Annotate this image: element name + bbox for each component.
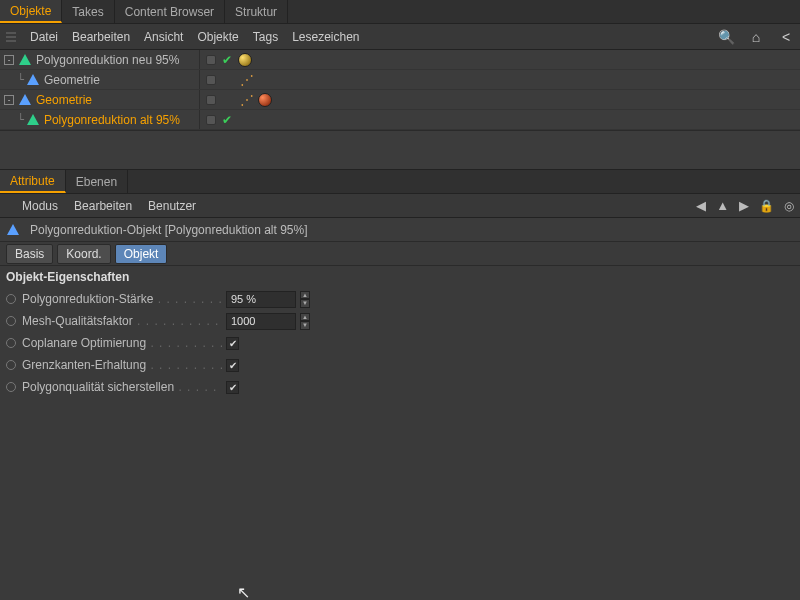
subtab-koord[interactable]: Koord. xyxy=(57,244,110,264)
tree-row[interactable]: └ Polygonreduktion alt 95% ✔ xyxy=(0,110,800,130)
menu-datei[interactable]: Datei xyxy=(30,30,58,44)
material-tag[interactable] xyxy=(238,53,252,67)
prop-row: Polygonreduktion-Stärke ▲▼ xyxy=(0,288,800,310)
enable-check-icon[interactable]: ✔ xyxy=(222,53,232,67)
menu-benutzer[interactable]: Benutzer xyxy=(148,199,196,213)
nav-forward-icon[interactable]: ▶ xyxy=(739,198,749,213)
visibility-tag[interactable] xyxy=(206,115,216,125)
attribute-menubar: Modus Bearbeiten Benutzer ◀ ▲ ▶ 🔒 ◎ xyxy=(0,194,800,218)
section-title: Objekt-Eigenschaften xyxy=(0,266,800,288)
coplanar-checkbox[interactable]: ✔ xyxy=(226,337,239,350)
polygon-reduction-icon xyxy=(18,53,32,67)
menu-lesezeichen[interactable]: Lesezeichen xyxy=(292,30,359,44)
svg-marker-1 xyxy=(27,74,39,85)
menu-bearbeiten[interactable]: Bearbeiten xyxy=(72,30,130,44)
param-bullet-icon[interactable] xyxy=(6,316,16,326)
tree-label: Polygonreduktion alt 95% xyxy=(44,113,180,127)
attribute-header-text: Polygonreduktion-Objekt [Polygonreduktio… xyxy=(30,223,308,237)
reduction-strength-input[interactable] xyxy=(226,291,296,308)
param-bullet-icon[interactable] xyxy=(6,382,16,392)
prop-label: Polygonreduktion-Stärke xyxy=(22,292,222,306)
visibility-tag[interactable] xyxy=(206,55,216,65)
objects-menubar: Datei Bearbeiten Ansicht Objekte Tags Le… xyxy=(0,24,800,50)
tree-connector: └ xyxy=(4,113,24,126)
polygon-reduction-icon xyxy=(26,113,40,127)
prop-row: Coplanare Optimierung ✔ xyxy=(0,332,800,354)
top-panel-tabs: Objekte Takes Content Browser Struktur xyxy=(0,0,800,24)
menu-modus[interactable]: Modus xyxy=(22,199,58,213)
prop-row: Grenzkanten-Erhaltung ✔ xyxy=(0,354,800,376)
tree-toggle[interactable]: - xyxy=(4,95,14,105)
tree-label: Geometrie xyxy=(36,93,92,107)
chevron-left-icon[interactable]: < xyxy=(778,29,794,45)
svg-marker-4 xyxy=(7,224,19,235)
tab-content-browser[interactable]: Content Browser xyxy=(115,0,225,23)
material-tag[interactable] xyxy=(258,93,272,107)
geometry-icon xyxy=(26,73,40,87)
visibility-tag[interactable] xyxy=(206,75,216,85)
cursor-icon: ↖ xyxy=(237,583,250,600)
home-icon[interactable]: ⌂ xyxy=(748,29,764,45)
tree-label: Geometrie xyxy=(44,73,100,87)
points-tag[interactable]: ⋰ xyxy=(240,76,252,84)
mesh-quality-input[interactable] xyxy=(226,313,296,330)
prop-row: Mesh-Qualitätsfaktor ▲▼ xyxy=(0,310,800,332)
prop-label: Grenzkanten-Erhaltung xyxy=(22,358,222,372)
boundary-checkbox[interactable]: ✔ xyxy=(226,359,239,372)
grip-icon[interactable] xyxy=(6,32,16,42)
attribute-panel-tabs: Attribute Ebenen xyxy=(0,170,800,194)
svg-marker-2 xyxy=(19,94,31,105)
enable-check-icon[interactable]: ✔ xyxy=(222,113,232,127)
svg-marker-0 xyxy=(19,54,31,65)
tab-struktur[interactable]: Struktur xyxy=(225,0,288,23)
panel-divider[interactable] xyxy=(0,130,800,170)
tab-takes[interactable]: Takes xyxy=(62,0,114,23)
tree-row[interactable]: └ Geometrie ⋰ xyxy=(0,70,800,90)
tab-ebenen[interactable]: Ebenen xyxy=(66,170,128,193)
menu-tags[interactable]: Tags xyxy=(253,30,278,44)
attribute-header: Polygonreduktion-Objekt [Polygonreduktio… xyxy=(0,218,800,242)
spinner[interactable]: ▲▼ xyxy=(300,291,310,308)
geometry-icon xyxy=(18,93,32,107)
subtab-basis[interactable]: Basis xyxy=(6,244,53,264)
quality-checkbox[interactable]: ✔ xyxy=(226,381,239,394)
prop-label: Mesh-Qualitätsfaktor xyxy=(22,314,222,328)
tree-toggle[interactable]: - xyxy=(4,55,14,65)
prop-label: Polygonqualität sicherstellen xyxy=(22,380,222,394)
prop-row: Polygonqualität sicherstellen ✔ xyxy=(0,376,800,398)
points-tag[interactable]: ⋰ xyxy=(240,96,252,104)
prop-label: Coplanare Optimierung xyxy=(22,336,222,350)
spinner[interactable]: ▲▼ xyxy=(300,313,310,330)
svg-marker-3 xyxy=(27,114,39,125)
target-icon[interactable]: ◎ xyxy=(784,199,794,213)
param-bullet-icon[interactable] xyxy=(6,360,16,370)
tab-objekte[interactable]: Objekte xyxy=(0,0,62,23)
tree-label: Polygonreduktion neu 95% xyxy=(36,53,179,67)
menu-objekte[interactable]: Objekte xyxy=(197,30,238,44)
visibility-tag[interactable] xyxy=(206,95,216,105)
object-tree: - Polygonreduktion neu 95% ✔ └ Geometrie… xyxy=(0,50,800,130)
nav-back-icon[interactable]: ◀ xyxy=(696,198,706,213)
subtab-objekt[interactable]: Objekt xyxy=(115,244,168,264)
menu-bearbeiten[interactable]: Bearbeiten xyxy=(74,199,132,213)
attribute-subtabs: Basis Koord. Objekt xyxy=(0,242,800,266)
param-bullet-icon[interactable] xyxy=(6,338,16,348)
lock-icon[interactable]: 🔒 xyxy=(759,199,774,213)
search-icon[interactable]: 🔍 xyxy=(718,29,734,45)
nav-up-icon[interactable]: ▲ xyxy=(716,198,729,213)
tree-row[interactable]: - Polygonreduktion neu 95% ✔ xyxy=(0,50,800,70)
param-bullet-icon[interactable] xyxy=(6,294,16,304)
tree-connector: └ xyxy=(4,73,24,86)
tree-row[interactable]: - Geometrie ⋰ xyxy=(0,90,800,110)
polygon-reduction-icon xyxy=(6,223,20,237)
menu-ansicht[interactable]: Ansicht xyxy=(144,30,183,44)
tab-attribute[interactable]: Attribute xyxy=(0,170,66,193)
